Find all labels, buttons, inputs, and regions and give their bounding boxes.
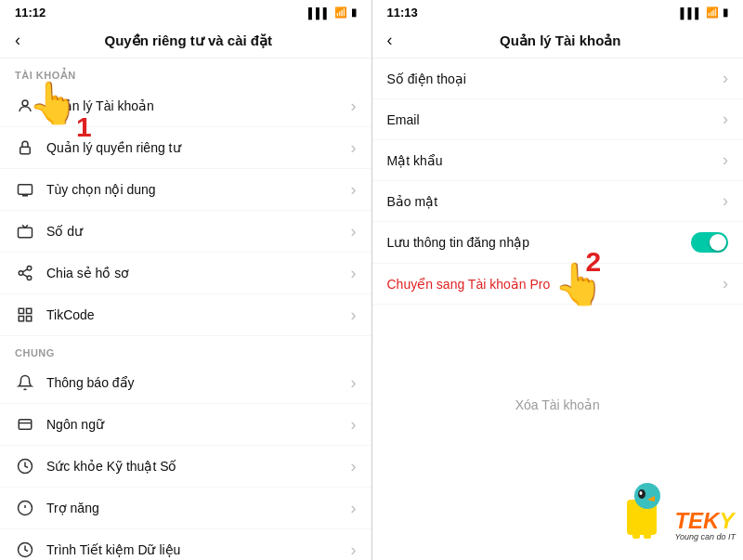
chevron-mat-khau <box>723 150 728 170</box>
chevron-tro-nang <box>351 499 357 518</box>
menu-email[interactable]: Email <box>372 99 744 140</box>
chevron-chuyen-pro <box>723 274 728 293</box>
chevron-ngon-ngu <box>351 415 357 435</box>
toggle-luu-thong-tin[interactable] <box>691 232 728 253</box>
svg-rect-10 <box>27 308 32 313</box>
menu-text-tuy-chon: Tùy chọn nội dung <box>46 182 351 197</box>
menu-text-so-dt: Số điện thoại <box>387 72 723 86</box>
menu-bao-mat[interactable]: Bảo mật <box>372 181 744 222</box>
svg-rect-9 <box>19 308 23 313</box>
time-left: 11:12 <box>15 6 46 20</box>
finger-pointer-1: 👆 <box>28 79 79 127</box>
right-panel: 11:13 ▌▌▌ 📶 ▮ ‹ Quản lý Tài khoản Số điệ… <box>372 0 744 560</box>
teky-logo: TEKY Young can do IT <box>619 481 736 541</box>
menu-tikcode[interactable]: TikCode <box>0 294 372 336</box>
menu-text-chia-se: Chia sẻ hồ sơ <box>46 266 351 280</box>
page-title-right: Quản lý Tài khoản <box>393 33 729 49</box>
svg-rect-2 <box>19 185 33 195</box>
menu-text-tikcode: TikCode <box>46 307 351 322</box>
battery-icon-right: ▮ <box>723 7 728 19</box>
menu-so-du[interactable]: Số dư <box>0 211 372 253</box>
status-bar-left: 11:12 ▌▌▌ 📶 ▮ <box>0 0 372 23</box>
chevron-so-du <box>351 222 357 241</box>
svg-point-4 <box>27 267 32 271</box>
time-right: 11:13 <box>387 6 418 20</box>
lock-icon <box>15 137 35 158</box>
page-title-left: Quyền riêng tư và cài đặt <box>20 33 357 49</box>
menu-text-tro-nang: Trợ năng <box>46 501 351 515</box>
chevron-ql-tk <box>351 97 357 116</box>
menu-tiet-kiem[interactable]: Trình Tiết kiệm Dữ liệu <box>0 529 372 560</box>
signal-icon-right: ▌▌▌ <box>681 7 702 19</box>
svg-rect-22 <box>632 533 640 539</box>
save-icon <box>15 540 35 560</box>
header-left: ‹ Quyền riêng tư và cài đặt <box>0 23 372 59</box>
section-chung: CHUNG <box>0 336 372 362</box>
svg-rect-1 <box>20 147 31 154</box>
battery-icon: ▮ <box>351 7 357 19</box>
left-scroll: TÀI KHOẢN Quản lý Tài khoản Quản lý quyề… <box>0 59 372 560</box>
delete-account-row: Xóa Tài khoản <box>372 379 744 431</box>
menu-luu-thong-tin[interactable]: Lưu thông tin đăng nhập <box>372 222 744 264</box>
back-button-left[interactable]: ‹ <box>15 31 20 50</box>
chevron-email <box>723 110 728 129</box>
chevron-so-dt <box>723 69 728 88</box>
menu-ngon-ngu[interactable]: Ngôn ngữ <box>0 404 372 446</box>
menu-suc-khoe[interactable]: Sức khỏe Kỹ thuật Số <box>0 446 372 488</box>
menu-text-luu: Lưu thông tin đăng nhập <box>387 235 692 250</box>
teky-mascot-icon <box>619 481 671 541</box>
svg-rect-12 <box>27 317 32 321</box>
menu-text-tiet-kiem: Trình Tiết kiệm Dữ liệu <box>46 542 351 557</box>
chevron-suc-khoe <box>351 457 357 476</box>
signal-icon: ▌▌▌ <box>308 7 330 19</box>
status-icons-left: ▌▌▌ 📶 ▮ <box>308 7 356 19</box>
menu-text-suc-khoe: Sức khỏe Kỹ thuật Số <box>46 459 351 474</box>
svg-point-5 <box>19 271 23 276</box>
menu-text-mat-khau: Mật khẩu <box>387 153 723 168</box>
lang-icon <box>15 414 35 435</box>
menu-text-ngon-ngu: Ngôn ngữ <box>46 417 351 432</box>
menu-so-dt[interactable]: Số điện thoại <box>372 59 744 99</box>
menu-mat-khau[interactable]: Mật khẩu <box>372 140 744 181</box>
menu-text-email: Email <box>387 112 723 127</box>
menu-text-ql-tk: Quản lý Tài khoản <box>46 98 351 113</box>
svg-point-20 <box>640 491 643 495</box>
status-bar-right: 11:13 ▌▌▌ 📶 ▮ <box>372 0 744 23</box>
tv-icon <box>15 179 35 200</box>
svg-point-6 <box>27 276 32 280</box>
chevron-chia-se <box>351 264 357 283</box>
menu-text-thong-bao: Thông báo đẩy <box>46 375 351 390</box>
wallet-icon <box>15 221 35 241</box>
access-icon <box>15 498 35 518</box>
menu-text-bao-mat: Bảo mật <box>387 194 723 209</box>
wifi-icon-right: 📶 <box>706 7 719 19</box>
back-button-right[interactable]: ‹ <box>387 31 393 50</box>
menu-text-so-du: Số dư <box>46 224 351 239</box>
menu-text-ql-quyen: Quản lý quyền riêng tư <box>46 140 351 155</box>
teky-slogan: Young can do IT <box>674 532 736 541</box>
chevron-ql-quyen <box>351 138 357 158</box>
svg-rect-11 <box>19 317 23 321</box>
header-right: ‹ Quản lý Tài khoản <box>372 23 744 59</box>
chevron-bao-mat <box>723 191 728 211</box>
chevron-tiet-kiem <box>351 540 357 560</box>
menu-tro-nang[interactable]: Trợ năng <box>0 488 372 529</box>
chevron-tuy-chon <box>351 180 357 200</box>
wifi-icon: 📶 <box>334 7 347 19</box>
menu-tuy-chon[interactable]: Tùy chọn nội dung <box>0 169 372 211</box>
grid-icon <box>15 305 35 325</box>
left-panel: 11:12 ▌▌▌ 📶 ▮ ‹ Quyền riêng tư và cài đặ… <box>0 0 372 560</box>
chevron-thong-bao <box>351 373 357 393</box>
menu-chia-se[interactable]: Chia sẻ hồ sơ <box>0 253 372 294</box>
finger-pointer-2: 👆 <box>554 260 605 308</box>
delete-account-button[interactable]: Xóa Tài khoản <box>372 379 744 431</box>
svg-line-8 <box>22 269 27 272</box>
number-badge-1: 1 <box>76 111 92 143</box>
health-icon <box>15 456 35 476</box>
share-icon <box>15 263 35 283</box>
teky-brand-text: TEKY <box>674 510 736 532</box>
menu-thong-bao[interactable]: Thông báo đẩy <box>0 362 372 404</box>
menu-quan-ly-quyen[interactable]: Quản lý quyền riêng tư <box>0 127 372 169</box>
status-icons-right: ▌▌▌ 📶 ▮ <box>681 7 728 19</box>
svg-rect-13 <box>19 420 32 430</box>
